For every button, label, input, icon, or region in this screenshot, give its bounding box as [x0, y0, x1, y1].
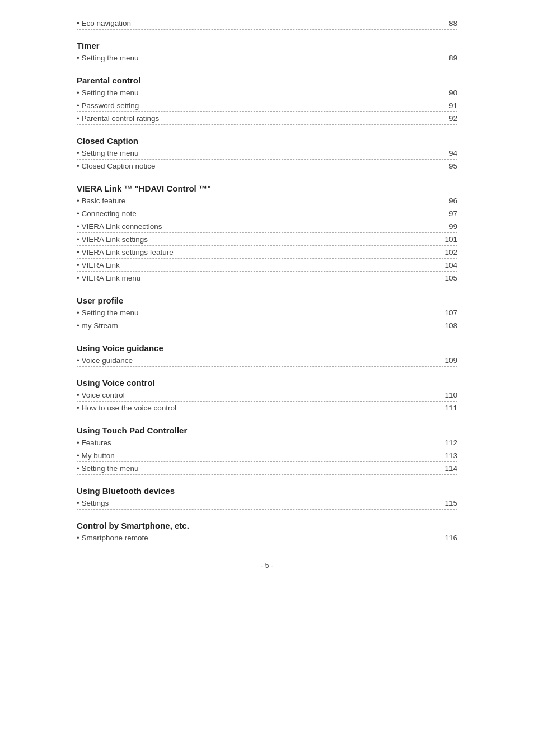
toc-item-page: 116 — [441, 534, 457, 542]
toc-item-page: 109 — [441, 356, 457, 365]
toc-container: • Eco navigation88Timer• Setting the men… — [77, 17, 457, 544]
toc-item-page: 105 — [441, 274, 457, 282]
toc-item-page: 101 — [441, 235, 457, 244]
section-voice-guidance: Using Voice guidance• Voice guidance109 — [77, 335, 457, 367]
section-voice-control: Using Voice control• Voice control110• H… — [77, 370, 457, 414]
toc-item-page: 110 — [441, 391, 457, 399]
section-parental-control: Parental control• Setting the menu90• Pa… — [77, 68, 457, 125]
toc-item-page: 102 — [441, 248, 457, 256]
toc-item: • Voice guidance109 — [77, 354, 457, 367]
toc-item-page: 104 — [441, 261, 457, 269]
toc-item-label: • VIERA Link settings — [77, 235, 441, 244]
toc-item-label: • Password setting — [77, 101, 441, 110]
toc-item-page: 99 — [441, 222, 457, 231]
toc-item-label: • VIERA Link menu — [77, 274, 441, 282]
toc-item-label: • My button — [77, 451, 441, 460]
toc-item: • VIERA Link connections99 — [77, 220, 457, 233]
toc-item: • Parental control ratings92 — [77, 112, 457, 125]
section-touch-pad: Using Touch Pad Controller• Features112•… — [77, 418, 457, 475]
toc-item-page: 111 — [441, 404, 457, 412]
toc-item: • Smartphone remote116 — [77, 531, 457, 544]
toc-item-label: • Setting the menu — [77, 464, 441, 473]
toc-item: • Settings115 — [77, 497, 457, 510]
toc-item-page: 90 — [441, 88, 457, 97]
section-heading-closed-caption: Closed Caption — [77, 128, 457, 147]
footer-text: - 5 - — [260, 561, 273, 570]
section-heading-voice-guidance: Using Voice guidance — [77, 335, 457, 354]
section-viera-link: VIERA Link ™ "HDAVI Control ™"• Basic fe… — [77, 176, 457, 284]
toc-item: • Setting the menu107 — [77, 306, 457, 319]
toc-item-page: 91 — [441, 101, 457, 110]
toc-item-label: • Voice control — [77, 391, 441, 399]
section-heading-touch-pad: Using Touch Pad Controller — [77, 418, 457, 436]
toc-item-label: • Voice guidance — [77, 356, 441, 365]
toc-item: • How to use the voice control111 — [77, 402, 457, 414]
section-closed-caption: Closed Caption• Setting the menu94• Clos… — [77, 128, 457, 172]
toc-item-label: • Setting the menu — [77, 54, 441, 62]
toc-item-label: • VIERA Link — [77, 261, 441, 269]
toc-item-page: 97 — [441, 209, 457, 218]
toc-item-label: • my Stream — [77, 321, 441, 330]
toc-item: • Basic feature96 — [77, 194, 457, 207]
toc-item: • Features112 — [77, 436, 457, 449]
section-user-profile: User profile• Setting the menu107• my St… — [77, 288, 457, 332]
section-heading-viera-link: VIERA Link ™ "HDAVI Control ™" — [77, 176, 457, 194]
toc-item-label: • Basic feature — [77, 197, 441, 205]
section-heading-user-profile: User profile — [77, 288, 457, 306]
toc-item-label: • Setting the menu — [77, 88, 441, 97]
toc-item-page: 95 — [441, 162, 457, 170]
toc-item-page: 92 — [441, 114, 457, 123]
toc-item-label: • Setting the menu — [77, 309, 441, 317]
toc-item-page: 112 — [441, 438, 457, 447]
toc-item-label: • Parental control ratings — [77, 114, 441, 123]
section-heading-smartphone: Control by Smartphone, etc. — [77, 513, 457, 531]
toc-item-page: 107 — [441, 309, 457, 317]
section-timer: Timer• Setting the menu89 — [77, 33, 457, 64]
toc-item-label: • Eco navigation — [77, 19, 441, 27]
toc-item: • Setting the menu90 — [77, 86, 457, 99]
toc-item-page: 114 — [441, 464, 457, 473]
toc-item-label: • Settings — [77, 499, 441, 507]
toc-item: • Password setting91 — [77, 99, 457, 112]
section-heading-parental-control: Parental control — [77, 68, 457, 86]
toc-item: • Eco navigation88 — [77, 17, 457, 30]
toc-item-label: • Smartphone remote — [77, 534, 441, 542]
toc-item: • Setting the menu94 — [77, 147, 457, 160]
section-bluetooth: Using Bluetooth devices• Settings115 — [77, 478, 457, 510]
toc-item: • VIERA Link settings101 — [77, 233, 457, 246]
toc-item: • VIERA Link settings feature102 — [77, 246, 457, 259]
section-heading-voice-control: Using Voice control — [77, 370, 457, 389]
toc-item-label: • Connecting note — [77, 209, 441, 218]
toc-item-label: • Setting the menu — [77, 149, 441, 157]
toc-item: • my Stream108 — [77, 319, 457, 332]
page-content: • Eco navigation88Timer• Setting the men… — [77, 0, 457, 592]
toc-item-label: • VIERA Link connections — [77, 222, 441, 231]
page-footer: - 5 - — [77, 561, 457, 570]
section-heading-timer: Timer — [77, 33, 457, 52]
toc-item: • Setting the menu89 — [77, 52, 457, 64]
section-eco-nav: • Eco navigation88 — [77, 17, 457, 30]
toc-item-page: 88 — [441, 19, 457, 27]
toc-item: • Connecting note97 — [77, 207, 457, 220]
toc-item-label: • VIERA Link settings feature — [77, 248, 441, 256]
toc-item-page: 113 — [441, 451, 457, 460]
toc-item: • Closed Caption notice95 — [77, 160, 457, 172]
toc-item: • Setting the menu114 — [77, 462, 457, 475]
toc-item-label: • Closed Caption notice — [77, 162, 441, 170]
toc-item-page: 96 — [441, 197, 457, 205]
toc-item-page: 89 — [441, 54, 457, 62]
toc-item-label: • Features — [77, 438, 441, 447]
toc-item: • VIERA Link104 — [77, 259, 457, 272]
toc-item-page: 115 — [441, 499, 457, 507]
toc-item: • VIERA Link menu105 — [77, 272, 457, 284]
section-smartphone: Control by Smartphone, etc.• Smartphone … — [77, 513, 457, 544]
toc-item-page: 108 — [441, 321, 457, 330]
toc-item-page: 94 — [441, 149, 457, 157]
toc-item: • My button113 — [77, 449, 457, 462]
section-heading-bluetooth: Using Bluetooth devices — [77, 478, 457, 497]
toc-item-label: • How to use the voice control — [77, 404, 441, 412]
toc-item: • Voice control110 — [77, 389, 457, 402]
